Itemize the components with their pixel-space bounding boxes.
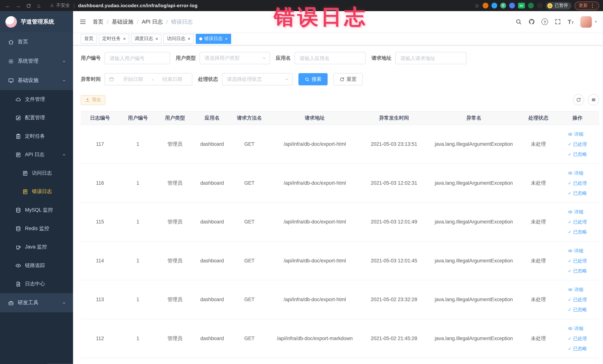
ignored-link[interactable]: ✓已忽略 bbox=[568, 306, 587, 313]
sidebar-item-infrastructure[interactable]: 基础设施 bbox=[0, 71, 73, 90]
breadcrumb-api-log[interactable]: API 日志 bbox=[142, 18, 163, 25]
sidebar-item-scheduled-jobs[interactable]: 定时任务 bbox=[0, 127, 73, 146]
extension-icon-1[interactable] bbox=[483, 3, 488, 9]
github-icon[interactable] bbox=[529, 19, 535, 25]
extension-icon-3[interactable] bbox=[509, 3, 515, 9]
processed-link[interactable]: ✓已处理 bbox=[568, 296, 587, 303]
sidebar-toggle-button[interactable] bbox=[79, 18, 86, 25]
breadcrumb-home[interactable]: 首页 bbox=[93, 18, 104, 25]
browser-menu-icon[interactable]: ⋮ bbox=[590, 3, 595, 9]
sidebar-item-label: MySQL 监控 bbox=[25, 207, 53, 213]
tab-home[interactable]: 首页 bbox=[81, 34, 97, 44]
detail-link[interactable]: 详细 bbox=[568, 325, 583, 332]
bookmark-star-icon[interactable]: ☆ bbox=[475, 2, 479, 9]
avatar-caret-icon[interactable]: ▾ bbox=[595, 20, 597, 24]
security-warning-icon[interactable]: ⚠ bbox=[50, 3, 54, 8]
user-type-select[interactable]: 请选择用户类型 bbox=[200, 52, 270, 64]
detail-label: 详细 bbox=[574, 325, 583, 332]
tab-close-icon[interactable]: × bbox=[155, 36, 158, 41]
ignored-link[interactable]: ✓已忽略 bbox=[568, 345, 587, 352]
refresh-table-button[interactable] bbox=[573, 94, 584, 105]
cell-actions: 详细 ✓已处理 ✓已忽略 bbox=[556, 208, 599, 235]
sidebar-item-java-monitor[interactable]: Java 监控 bbox=[0, 238, 73, 256]
ignored-link[interactable]: ✓已忽略 bbox=[568, 267, 587, 274]
export-button[interactable]: 导出 bbox=[81, 95, 105, 105]
search-button[interactable]: 搜索 bbox=[299, 73, 328, 85]
screen: ← → ⌂ ⚠ 不安全 | dashboard.yudao.iocoder.cn… bbox=[0, 0, 603, 364]
sidebar-item-config-management[interactable]: 配置管理 bbox=[0, 108, 73, 127]
url-text[interactable]: dashboard.yudao.iocoder.cn/infra/log/api… bbox=[78, 3, 197, 8]
column-settings-button[interactable] bbox=[588, 94, 599, 105]
processed-link[interactable]: ✓已处理 bbox=[568, 257, 587, 264]
ignored-link[interactable]: ✓已忽略 bbox=[568, 151, 587, 158]
sidebar-item-dev-tools[interactable]: 研发工具 bbox=[0, 293, 73, 312]
tab-access-log[interactable]: 访问日志 × bbox=[163, 34, 194, 44]
cell-log-id: 117 bbox=[81, 141, 119, 148]
extension-icon-vue[interactable]: V bbox=[500, 3, 506, 9]
browser-update-button[interactable]: 更新 ⋮ bbox=[574, 1, 599, 10]
ignored-link[interactable]: ✓已忽略 bbox=[568, 228, 587, 235]
tab-schedule-log[interactable]: 调度日志 × bbox=[131, 34, 162, 44]
breadcrumb-infrastructure[interactable]: 基础设施 bbox=[112, 18, 133, 25]
request-url-input[interactable] bbox=[395, 52, 467, 64]
sidebar-item-system-management[interactable]: 系统管理 bbox=[0, 52, 73, 71]
help-icon[interactable]: ? bbox=[542, 19, 548, 25]
sidebar-item-home[interactable]: 首页 bbox=[0, 32, 73, 52]
download-icon bbox=[85, 97, 90, 102]
sidebar-item-access-log[interactable]: 访问日志 bbox=[0, 164, 73, 182]
app-logo[interactable]: 芋道管理系统 bbox=[0, 11, 73, 32]
tab-close-icon[interactable]: × bbox=[123, 36, 126, 41]
sidebar-item-mysql-monitor[interactable]: MySQL 监控 bbox=[0, 201, 73, 219]
extension-icon-on[interactable]: on bbox=[518, 3, 525, 9]
sidebar-item-log-center[interactable]: 日志中心 bbox=[0, 275, 73, 293]
browser-back-icon[interactable]: ← bbox=[4, 2, 12, 9]
sidebar-item-error-log[interactable]: 错误日志 bbox=[0, 182, 73, 201]
status-select[interactable]: 请选择处理状态 bbox=[222, 73, 293, 85]
tab-close-icon[interactable]: × bbox=[188, 36, 190, 41]
detail-link[interactable]: 详细 bbox=[568, 208, 583, 215]
browser-forward-icon[interactable]: → bbox=[14, 2, 22, 9]
table-row: 112 1 管理员 dashboard GET /api/infra/db-do… bbox=[81, 319, 599, 358]
browser-profile-chip[interactable]: 已暂停 bbox=[545, 2, 571, 9]
tab-scheduled-jobs[interactable]: 定时任务 × bbox=[99, 34, 129, 44]
cell-app-name: dashboard bbox=[194, 179, 231, 187]
reset-button[interactable]: 重置 bbox=[334, 73, 363, 85]
top-navbar: 首页 / 基础设施 / API 日志 / 错误日志 ? TT ▾ bbox=[73, 11, 603, 32]
cell-app-name: dashboard bbox=[194, 296, 231, 303]
sidebar-item-redis-monitor[interactable]: Redis 监控 bbox=[0, 219, 73, 238]
fullscreen-icon[interactable] bbox=[555, 19, 561, 25]
cell-exception-time: 2021-05-02 21:45:28 bbox=[361, 335, 427, 342]
user-avatar[interactable] bbox=[580, 16, 592, 27]
database-icon bbox=[15, 207, 21, 213]
monitor-icon bbox=[8, 78, 14, 83]
browser-home-icon[interactable]: ⌂ bbox=[35, 2, 43, 9]
font-size-icon[interactable]: TT bbox=[568, 19, 574, 25]
extension-icon-5[interactable] bbox=[537, 3, 542, 9]
user-id-input[interactable] bbox=[104, 52, 170, 64]
processed-link[interactable]: ✓已处理 bbox=[568, 218, 587, 225]
sidebar-item-trace[interactable]: 链路追踪 bbox=[0, 256, 73, 275]
tab-close-icon[interactable]: × bbox=[225, 36, 228, 41]
processed-link[interactable]: ✓已处理 bbox=[568, 180, 587, 187]
cell-request-url: /api/infra/db-doc/export-html bbox=[268, 296, 361, 303]
extension-icon-2[interactable] bbox=[491, 3, 497, 9]
app-name-input[interactable] bbox=[295, 52, 366, 64]
ignored-link[interactable]: ✓已忽略 bbox=[568, 190, 587, 197]
detail-link[interactable]: 详细 bbox=[568, 170, 583, 176]
detail-link[interactable]: 详细 bbox=[568, 247, 583, 254]
exception-time-range-picker[interactable]: 开始日期 - 结束日期 bbox=[104, 73, 192, 85]
search-icon bbox=[304, 77, 310, 82]
processed-link[interactable]: ✓已处理 bbox=[568, 141, 587, 148]
address-bar[interactable]: ⚠ 不安全 | dashboard.yudao.iocoder.cn/infra… bbox=[50, 2, 475, 9]
check-icon: ✓ bbox=[568, 181, 571, 185]
header-search-icon[interactable] bbox=[515, 19, 522, 25]
extension-icon-4[interactable] bbox=[528, 3, 533, 9]
sidebar-item-file-management[interactable]: 文件管理 bbox=[0, 90, 73, 108]
detail-link[interactable]: 详细 bbox=[568, 131, 583, 138]
ignored-label: 已忽略 bbox=[573, 190, 587, 197]
browser-refresh-icon[interactable] bbox=[25, 2, 32, 9]
sidebar-item-api-log[interactable]: API 日志 bbox=[0, 145, 73, 164]
detail-link[interactable]: 详细 bbox=[568, 286, 583, 293]
processed-link[interactable]: ✓已处理 bbox=[568, 335, 587, 342]
tab-error-log[interactable]: 错误日志 × bbox=[196, 34, 231, 44]
